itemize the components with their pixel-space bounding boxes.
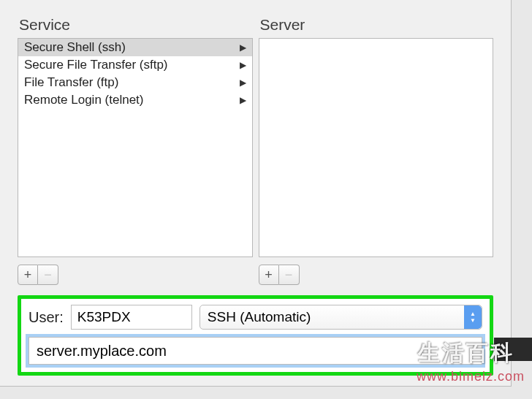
server-address-input[interactable] bbox=[28, 337, 482, 365]
submenu-triangle-icon: ▶ bbox=[240, 42, 246, 53]
form-row-1: User: SSH (Automatic) ▲▼ bbox=[28, 305, 482, 330]
server-column: Server + − bbox=[259, 16, 494, 285]
protocol-select[interactable]: SSH (Automatic) bbox=[200, 305, 482, 330]
service-column: Service Secure Shell (ssh) ▶ Secure File… bbox=[18, 16, 253, 285]
service-item-label: Secure Shell (ssh) bbox=[24, 40, 126, 55]
service-item[interactable]: Secure Shell (ssh) ▶ bbox=[18, 39, 252, 56]
service-listbox[interactable]: Secure Shell (ssh) ▶ Secure File Transfe… bbox=[18, 38, 253, 257]
service-item-label: Secure File Transfer (sftp) bbox=[24, 58, 168, 72]
service-header: Service bbox=[18, 16, 253, 34]
form-row-2 bbox=[28, 337, 482, 365]
remove-server-button: − bbox=[279, 265, 300, 285]
connection-form-highlight: User: SSH (Automatic) ▲▼ bbox=[18, 295, 493, 376]
service-item[interactable]: Secure File Transfer (sftp) ▶ bbox=[18, 56, 252, 74]
server-header: Server bbox=[259, 16, 494, 34]
server-button-row: + − bbox=[259, 265, 494, 285]
updown-arrows-icon: ▲▼ bbox=[464, 305, 482, 329]
add-server-button[interactable]: + bbox=[259, 265, 279, 285]
decorative-stripe bbox=[494, 338, 532, 361]
user-label: User: bbox=[28, 309, 64, 326]
protocol-selected-label: SSH (Automatic) bbox=[208, 309, 311, 325]
service-item[interactable]: Remote Login (telnet) ▶ bbox=[18, 91, 252, 109]
submenu-triangle-icon: ▶ bbox=[240, 60, 246, 70]
submenu-triangle-icon: ▶ bbox=[240, 77, 246, 88]
protocol-select-wrap[interactable]: SSH (Automatic) ▲▼ bbox=[200, 305, 482, 330]
columns-container: Service Secure Shell (ssh) ▶ Secure File… bbox=[18, 16, 493, 285]
submenu-triangle-icon: ▶ bbox=[240, 95, 246, 105]
connection-panel: Service Secure Shell (ssh) ▶ Secure File… bbox=[0, 0, 512, 387]
user-input[interactable] bbox=[71, 305, 192, 330]
server-listbox[interactable] bbox=[259, 38, 494, 257]
service-item-label: File Transfer (ftp) bbox=[24, 75, 118, 90]
add-service-button[interactable]: + bbox=[18, 265, 38, 285]
service-item[interactable]: File Transfer (ftp) ▶ bbox=[18, 74, 252, 91]
service-button-row: + − bbox=[18, 265, 253, 285]
remove-service-button: − bbox=[38, 265, 58, 285]
service-item-label: Remote Login (telnet) bbox=[24, 93, 143, 107]
